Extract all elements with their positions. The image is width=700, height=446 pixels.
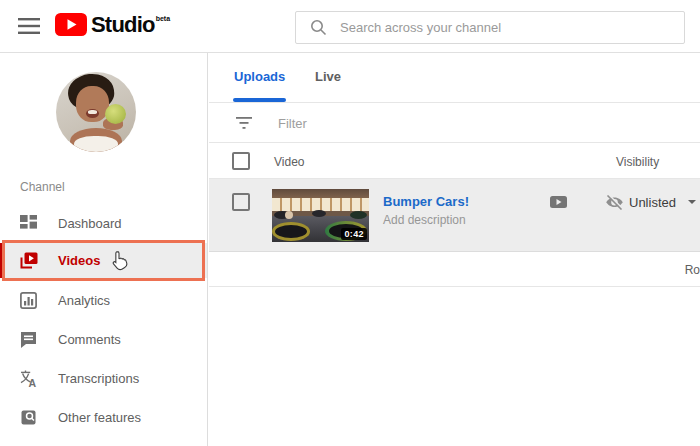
sidebar-item-transcriptions[interactable]: A Transcriptions bbox=[0, 360, 207, 396]
youtube-studio-logo[interactable]: Studio beta bbox=[55, 13, 170, 37]
videos-icon bbox=[19, 252, 38, 270]
video-thumbnail[interactable]: 0:42 bbox=[272, 189, 369, 242]
channel-search-box[interactable] bbox=[295, 11, 685, 44]
comments-icon bbox=[19, 330, 38, 348]
logo-wordmark: Studio bbox=[91, 13, 155, 37]
tab-uploads[interactable]: Uploads bbox=[234, 69, 285, 102]
view-on-youtube-icon[interactable] bbox=[550, 196, 567, 208]
row-checkbox[interactable] bbox=[232, 193, 250, 211]
dashboard-icon bbox=[19, 214, 38, 232]
duration-badge: 0:42 bbox=[341, 228, 367, 240]
visibility-off-icon bbox=[605, 195, 624, 210]
filter-bar bbox=[209, 103, 700, 143]
table-footer: Ro bbox=[209, 252, 700, 287]
translate-icon: A bbox=[19, 369, 38, 387]
sidebar-item-dashboard[interactable]: Dashboard bbox=[0, 205, 207, 241]
sidebar-item-label: Videos bbox=[58, 253, 100, 268]
column-header-visibility: Visibility bbox=[616, 155, 659, 169]
beta-badge: beta bbox=[156, 15, 170, 22]
filter-icon[interactable] bbox=[236, 117, 252, 129]
youtube-play-icon bbox=[55, 13, 87, 36]
column-header-video: Video bbox=[274, 155, 304, 169]
table-header: Video Visibility bbox=[209, 143, 700, 179]
sidebar-item-label: Dashboard bbox=[58, 216, 122, 231]
main-content: Uploads Live Video Visibility bbox=[209, 53, 700, 446]
active-item-indicator bbox=[0, 243, 4, 278]
select-all-checkbox[interactable] bbox=[232, 152, 250, 170]
analytics-icon bbox=[19, 291, 38, 309]
sidebar-section-label: Channel bbox=[20, 180, 65, 194]
sidebar-item-label: Transcriptions bbox=[58, 371, 139, 386]
visibility-value: Unlisted bbox=[629, 195, 676, 210]
search-icon bbox=[310, 19, 327, 36]
sidebar-item-label: Analytics bbox=[58, 293, 110, 308]
sidebar: Channel Dashboard Videos bbox=[0, 53, 208, 446]
sidebar-item-other-features[interactable]: Other features bbox=[0, 399, 207, 435]
channel-avatar[interactable] bbox=[56, 72, 136, 152]
tab-live[interactable]: Live bbox=[315, 69, 341, 102]
visibility-dropdown-caret[interactable] bbox=[688, 200, 696, 208]
svg-text:A: A bbox=[28, 376, 36, 386]
menu-hamburger-button[interactable] bbox=[18, 17, 40, 35]
table-row[interactable]: 0:42 Bumper Cars! Add description Unlist… bbox=[209, 179, 700, 252]
top-bar: Studio beta bbox=[0, 0, 700, 53]
tabs-bar: Uploads Live bbox=[209, 53, 700, 103]
hamburger-icon bbox=[18, 17, 40, 35]
add-description-link[interactable]: Add description bbox=[383, 213, 466, 227]
search-input[interactable] bbox=[340, 12, 684, 43]
sidebar-item-videos[interactable]: Videos bbox=[0, 243, 207, 278]
sidebar-item-label: Other features bbox=[58, 410, 141, 425]
video-title-link[interactable]: Bumper Cars! bbox=[383, 194, 469, 209]
filter-input[interactable] bbox=[278, 111, 598, 135]
sidebar-item-analytics[interactable]: Analytics bbox=[0, 282, 207, 318]
sidebar-item-comments[interactable]: Comments bbox=[0, 321, 207, 357]
rows-per-page-label-truncated: Ro bbox=[685, 263, 700, 277]
kebab-menu-icon[interactable] bbox=[576, 194, 584, 210]
other-features-icon bbox=[19, 408, 38, 426]
sidebar-item-label: Comments bbox=[58, 332, 121, 347]
